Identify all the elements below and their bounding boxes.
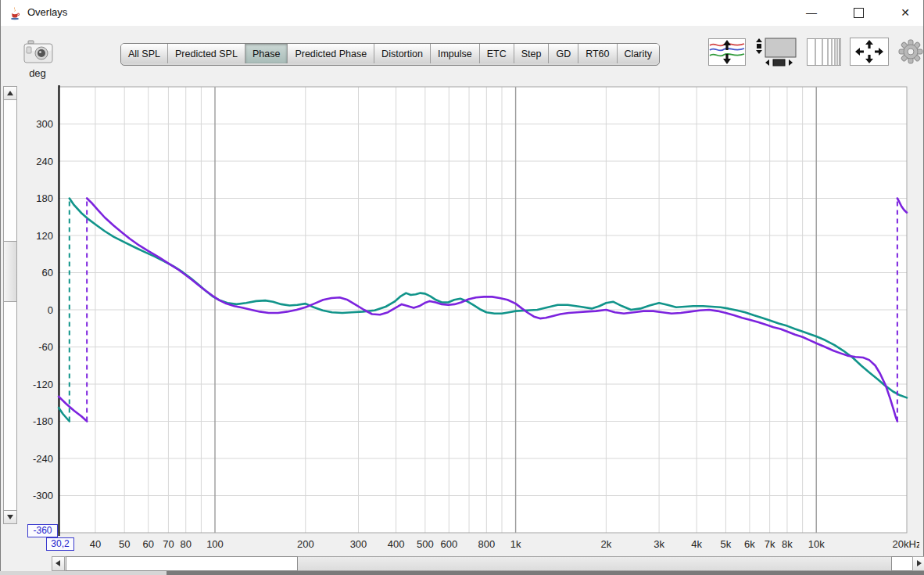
y-tick-label: -120 [33, 379, 53, 390]
horizontal-scrollbar[interactable] [52, 556, 924, 571]
x-tick-label: 200 [297, 538, 314, 550]
y-tick-label: 300 [36, 118, 53, 130]
y-tick-label: -60 [38, 341, 53, 353]
y-tick-label: 240 [36, 156, 53, 167]
settings-gear-icon[interactable] [897, 38, 924, 68]
tab-distortion[interactable]: Distortion [374, 44, 430, 63]
x-tick-label: 4k [691, 538, 702, 550]
tab-predicted-phase[interactable]: Predicted Phase [287, 44, 374, 63]
scroll-left-button[interactable] [52, 556, 65, 571]
x-tick-label: 100 [206, 538, 224, 550]
left-arrow-icon [56, 560, 60, 566]
scroll-up-button[interactable] [3, 86, 17, 100]
down-arrow-icon [7, 515, 13, 519]
x-tick-label: 80 [180, 538, 191, 550]
maximize-button[interactable] [840, 0, 876, 25]
tab-predicted-spl[interactable]: Predicted SPL [167, 44, 245, 63]
x-tick-label: 20kHz [893, 538, 919, 550]
x-tick-label: 6k [744, 538, 755, 550]
vertical-scrollbar[interactable] [3, 86, 17, 524]
tab-step[interactable]: Step [514, 44, 549, 63]
x-tick-label: 3k [654, 538, 664, 550]
x-tick-label: 7k [765, 538, 775, 550]
x-tick-label: 2k [601, 538, 612, 550]
window-bottom-edge [0, 571, 167, 575]
x-tick-label: 60 [142, 538, 153, 550]
tab-phase[interactable]: Phase [245, 44, 287, 63]
y-tick-label: 180 [36, 192, 53, 204]
tab-rt60[interactable]: RT60 [578, 44, 616, 63]
minimize-button[interactable]: — [793, 0, 829, 25]
x-tick-label: 5k [721, 538, 732, 550]
y-tick-label: -300 [33, 490, 53, 501]
x-tick-label: 800 [478, 538, 495, 550]
x-tick-label: 10k [808, 538, 825, 550]
x-tick-label: 500 [417, 538, 434, 550]
view-tabs: All SPLPredicted SPLPhasePredicted Phase… [120, 43, 660, 66]
x-tick-label: 8k [782, 538, 793, 550]
y-tick-label: -240 [33, 453, 53, 465]
fit-to-data-icon[interactable] [850, 38, 889, 69]
x-tick-label: 40 [90, 538, 101, 550]
y-tick-label: 120 [36, 230, 53, 242]
x-tick-label: 300 [350, 538, 367, 550]
graph-controls [700, 36, 924, 70]
y-axis-unit-label: deg [23, 67, 52, 79]
horizontal-scrollbar-end-segment[interactable] [891, 556, 913, 571]
x-axis-min-limit[interactable]: 30,2 [46, 537, 74, 551]
pan-zoom-icon[interactable] [754, 36, 798, 70]
x-tick-label: 1k [510, 538, 521, 550]
frequency-grid-icon[interactable] [807, 38, 841, 69]
scroll-right-button[interactable] [912, 556, 924, 571]
right-arrow-icon [917, 560, 922, 566]
vertical-scrollbar-thumb[interactable] [3, 241, 17, 302]
x-tick-label: 600 [440, 538, 457, 550]
tab-impulse[interactable]: Impulse [430, 44, 479, 63]
horizontal-scrollbar-thumb[interactable] [66, 556, 298, 571]
up-arrow-icon [7, 91, 13, 95]
tab-etc[interactable]: ETC [479, 44, 514, 63]
scroll-down-button[interactable] [3, 510, 17, 524]
y-axis-min-limit[interactable]: -360 [27, 524, 58, 537]
tab-clarity[interactable]: Clarity [617, 44, 659, 63]
close-button[interactable]: ✕ [887, 0, 923, 25]
tab-all-spl[interactable]: All SPL [121, 44, 167, 63]
window-bottom-edge-shadow [167, 571, 924, 575]
y-tick-label: -180 [33, 415, 53, 427]
traces-align-icon[interactable] [708, 38, 746, 69]
x-tick-label: 400 [388, 538, 405, 550]
y-tick-label: 0 [48, 304, 53, 316]
x-tick-label: 70 [163, 538, 174, 550]
phase-plot[interactable]: 300240180120600-60-120-180-240-300405060… [20, 78, 919, 555]
capture-graph-button[interactable] [22, 39, 55, 66]
x-tick-label: 50 [119, 538, 130, 550]
tab-gd[interactable]: GD [548, 44, 578, 63]
maximize-icon [854, 8, 864, 18]
y-tick-label: 60 [42, 267, 53, 279]
overlays-window: Overlays — ✕ All SPLPredicted SPLPhasePr… [0, 0, 924, 575]
java-app-icon [8, 6, 22, 20]
title-bar: Overlays — ✕ [1, 0, 923, 26]
window-title: Overlays [27, 6, 67, 18]
